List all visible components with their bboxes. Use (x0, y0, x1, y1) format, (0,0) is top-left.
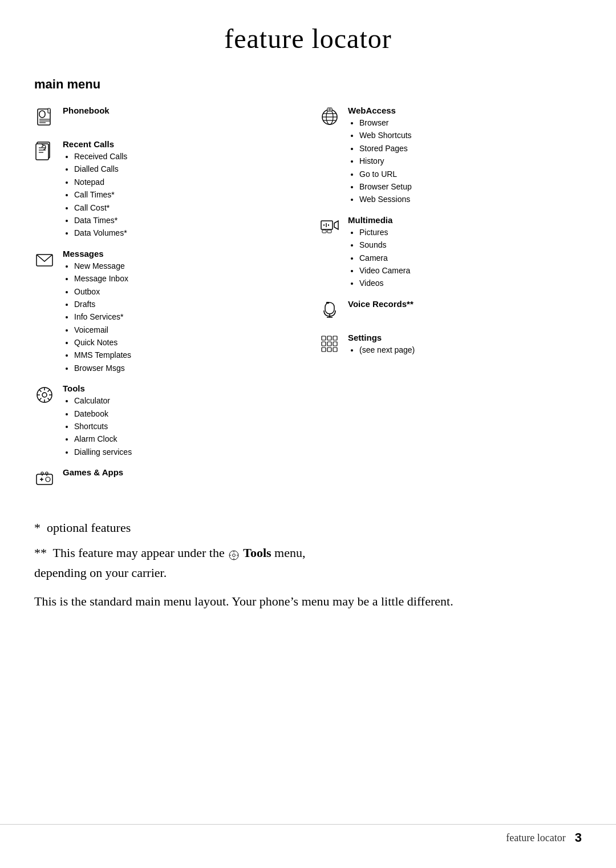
tools-content: Tools Calculator Datebook Shortcuts Alar… (63, 383, 297, 458)
double-star-text: ** This feature may appear under the Too… (34, 543, 582, 583)
left-column: Phonebook Recent Calls Received Ca (34, 106, 297, 501)
messages-sublist: New Message Message Inbox Outbox Drafts … (63, 260, 297, 375)
menu-item-settings: Settings (see next page) (319, 333, 582, 357)
svg-rect-41 (327, 230, 331, 233)
svg-line-19 (48, 398, 50, 401)
phonebook-label: Phonebook (63, 106, 297, 115)
svg-rect-55 (322, 348, 326, 352)
list-item: Web Shortcuts (359, 129, 582, 142)
games-apps-label: Games & Apps (63, 467, 297, 477)
menu-item-games-apps: Games & Apps (34, 467, 297, 492)
svg-rect-57 (333, 348, 337, 352)
list-item: Alarm Clock (74, 433, 297, 445)
svg-rect-54 (333, 342, 337, 346)
list-item: Received Calls (74, 150, 297, 163)
svg-rect-51 (333, 336, 337, 340)
recent-calls-content: Recent Calls Received Calls Dialled Call… (63, 139, 297, 240)
svg-rect-1 (39, 111, 45, 118)
list-item: Info Services* (74, 310, 297, 323)
list-item: Sounds (359, 239, 582, 251)
voice-records-content: Voice Records** (348, 299, 582, 310)
menu-item-tools: Tools Calculator Datebook Shortcuts Alar… (34, 383, 297, 458)
list-item: New Message (74, 260, 297, 272)
list-item: Web Sessions (359, 193, 582, 205)
svg-rect-52 (322, 342, 326, 346)
phonebook-content: Phonebook (63, 106, 297, 116)
svg-rect-48 (326, 302, 329, 304)
optional-features-text: * optional features (34, 518, 582, 538)
menu-item-messages: Messages New Message Message Inbox Outbo… (34, 249, 297, 375)
webaccess-label: WebAccess (348, 106, 582, 115)
list-item: Stored Pages (359, 142, 582, 155)
phonebook-icon (34, 107, 58, 130)
svg-rect-5 (48, 108, 50, 113)
settings-sublist: (see next page) (348, 344, 582, 356)
svg-line-18 (39, 390, 42, 392)
section-heading: main menu (34, 77, 582, 92)
webaccess-sublist: Browser Web Shortcuts Stored Pages Histo… (348, 116, 582, 206)
tools-icon (34, 385, 58, 408)
svg-point-27 (46, 472, 48, 474)
svg-marker-39 (334, 221, 338, 229)
settings-content: Settings (see next page) (348, 333, 582, 356)
standard-text: This is the standard main menu layout. Y… (34, 592, 582, 611)
webaccess-icon (319, 107, 343, 130)
list-item: Dialling services (74, 446, 297, 458)
list-item: Data Volumes* (74, 227, 297, 239)
svg-point-23 (46, 477, 50, 482)
multimedia-icon (319, 216, 343, 240)
list-item: Notepad (74, 176, 297, 188)
svg-point-59 (233, 554, 236, 557)
list-item: Dialled Calls (74, 163, 297, 175)
svg-rect-35 (327, 108, 332, 111)
multimedia-sublist: Pictures Sounds Camera Video Camera Vide… (348, 226, 582, 290)
list-item: Voicemail (74, 324, 297, 336)
footer-page-number: 3 (575, 830, 582, 845)
recent-calls-icon (34, 140, 58, 164)
list-item: (see next page) (359, 344, 582, 356)
list-item: Camera (359, 252, 582, 264)
list-item: Browser (359, 116, 582, 129)
menu-item-multimedia: Multimedia Pictures Sounds Camera Video … (319, 215, 582, 290)
list-item: Data Times* (74, 214, 297, 227)
list-item: Shortcuts (74, 420, 297, 433)
menu-item-phonebook: Phonebook (34, 106, 297, 130)
games-apps-content: Games & Apps (63, 467, 297, 478)
menu-item-voice-records: Voice Records** (319, 299, 582, 324)
list-item: Drafts (74, 298, 297, 310)
tools-sublist: Calculator Datebook Shortcuts Alarm Cloc… (63, 394, 297, 458)
page-title: feature locator (34, 23, 582, 54)
recent-calls-sublist: Received Calls Dialled Calls Notepad Cal… (63, 150, 297, 240)
list-item: Quick Notes (74, 336, 297, 349)
svg-rect-56 (327, 348, 331, 352)
list-item: Call Cost* (74, 201, 297, 214)
list-item: Go to URL (359, 168, 582, 180)
list-item: Message Inbox (74, 272, 297, 285)
list-item: MMS Templates (74, 349, 297, 361)
svg-rect-53 (327, 342, 331, 346)
voice-records-icon (319, 300, 343, 324)
settings-label: Settings (348, 333, 582, 342)
svg-rect-50 (327, 336, 331, 340)
list-item: Browser Setup (359, 180, 582, 193)
menu-item-webaccess: WebAccess Browser Web Shortcuts Stored P… (319, 106, 582, 206)
list-item: Call Times* (74, 188, 297, 201)
footnotes-section: * optional features ** This feature may … (34, 518, 582, 611)
main-menu-columns: Phonebook Recent Calls Received Ca (34, 106, 582, 501)
webaccess-content: WebAccess Browser Web Shortcuts Stored P… (348, 106, 582, 206)
multimedia-label: Multimedia (348, 215, 582, 225)
messages-label: Messages (63, 249, 297, 259)
tools-bold-inline: Tools (243, 546, 271, 560)
list-item: Video Camera (359, 264, 582, 277)
list-item: Datebook (74, 407, 297, 420)
settings-icon (319, 334, 343, 357)
multimedia-content: Multimedia Pictures Sounds Camera Video … (348, 215, 582, 290)
svg-point-13 (42, 393, 47, 397)
svg-rect-45 (325, 302, 334, 314)
svg-line-20 (48, 390, 50, 392)
footer-title: feature locator (506, 832, 565, 844)
tools-label: Tools (63, 383, 297, 393)
svg-rect-49 (322, 336, 326, 340)
svg-line-21 (39, 398, 42, 401)
list-item: Calculator (74, 394, 297, 407)
